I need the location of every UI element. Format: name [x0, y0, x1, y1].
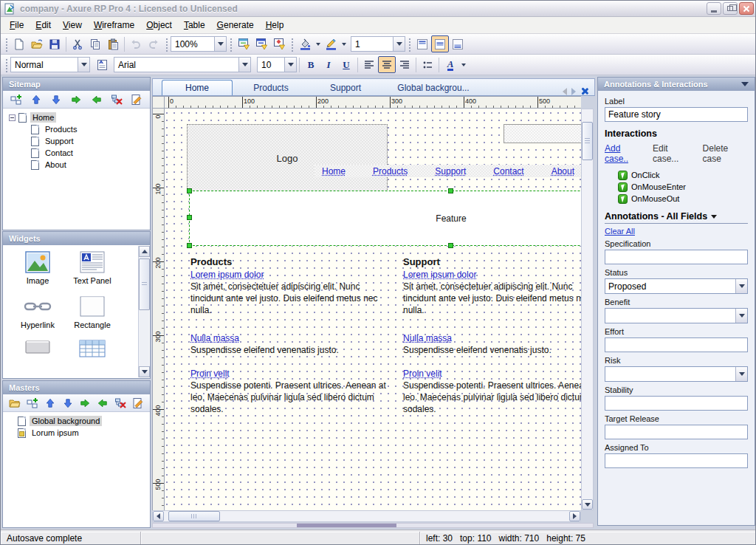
valign-top-button[interactable] [413, 35, 431, 52]
menu-wireframe[interactable]: Wireframe [88, 18, 140, 32]
benefit-select[interactable] [605, 308, 748, 323]
event-onclick[interactable]: OnClick [618, 169, 748, 181]
wireframe-link[interactable]: Lorem ipsum dolor [403, 269, 476, 281]
widget-image[interactable]: Image [10, 251, 65, 285]
line-color-button[interactable] [322, 35, 340, 52]
font-combobox[interactable]: Arial [114, 57, 251, 72]
move-down-button[interactable] [49, 93, 63, 106]
undo-button[interactable] [127, 35, 145, 52]
font-size-dropdown-button[interactable] [284, 58, 296, 72]
redo-button[interactable] [145, 35, 162, 52]
status-dropdown-button[interactable] [735, 279, 747, 293]
line-color-dropdown[interactable] [340, 35, 348, 52]
status-select[interactable]: Proposed [605, 278, 748, 294]
style-combobox[interactable]: Normal [10, 57, 90, 72]
outdent-button[interactable] [96, 397, 109, 410]
resize-handle-bottom-center[interactable] [448, 243, 453, 248]
valign-bottom-button[interactable] [449, 35, 467, 52]
scrollbar-thumb[interactable] [168, 511, 220, 521]
menu-help[interactable]: Help [260, 18, 290, 32]
close-tab-icon[interactable] [580, 87, 588, 95]
widget-button[interactable] [10, 340, 65, 357]
clear-all-link[interactable]: Clear All [605, 227, 635, 236]
bold-button[interactable]: B [302, 56, 320, 73]
event-onmouseenter[interactable]: OnMouseEnter [618, 181, 748, 193]
wireframe-link[interactable]: Proin velit [190, 368, 230, 380]
all-fields-heading[interactable]: Annotations - All Fields [605, 211, 748, 222]
resize-handle-top-center[interactable] [448, 188, 453, 193]
font-color-dropdown[interactable] [459, 56, 467, 73]
italic-button[interactable]: I [320, 56, 337, 73]
tab-home[interactable]: Home [162, 80, 233, 95]
nav-link-products[interactable]: Products [373, 166, 408, 176]
widget-table[interactable] [65, 340, 120, 357]
sitemap-item-support[interactable]: Support [4, 135, 148, 147]
generate-word-button[interactable] [252, 35, 270, 52]
indent-button[interactable] [69, 93, 83, 106]
tab-support[interactable]: Support [309, 80, 382, 95]
tab-scroll-left-icon[interactable] [563, 88, 567, 95]
collapse-arrow-icon[interactable] [711, 215, 717, 219]
risk-select[interactable] [605, 366, 748, 382]
add-page-button[interactable] [10, 93, 23, 106]
wireframe-link[interactable]: Nulla massa [403, 332, 452, 344]
assigned-to-input[interactable] [605, 453, 748, 468]
outdent-button[interactable] [90, 93, 103, 106]
save-button[interactable] [46, 35, 63, 52]
resize-handle-top-left[interactable] [187, 188, 192, 193]
restore-button[interactable] [723, 2, 738, 15]
wireframe-link[interactable]: Proin velit [403, 368, 442, 380]
menu-table[interactable]: Table [178, 18, 211, 32]
nav-link-contact[interactable]: Contact [493, 166, 523, 176]
canvas-vertical-scrollbar[interactable] [581, 109, 594, 510]
support-text-widget[interactable]: Support Lorem ipsum dolor Sit amet, cons… [403, 256, 581, 415]
edit-page-button[interactable] [130, 93, 143, 106]
widget-text-panel[interactable]: Text Panel [65, 251, 120, 285]
effort-input[interactable] [605, 337, 748, 352]
generate-html-button[interactable] [235, 35, 252, 52]
master-item-global-background[interactable]: Global background [4, 415, 148, 427]
move-up-button[interactable] [30, 93, 43, 106]
align-left-button[interactable] [360, 56, 378, 73]
menu-file[interactable]: File [4, 18, 30, 32]
minimize-button[interactable] [707, 2, 721, 15]
target-release-input[interactable] [605, 425, 748, 439]
benefit-dropdown-button[interactable] [735, 309, 747, 323]
resize-handle-bottom-left[interactable] [187, 243, 192, 248]
scrollbar-thumb[interactable] [582, 122, 593, 160]
feature-widget-selected[interactable]: Feature [189, 191, 581, 246]
widgets-scrollbar[interactable] [138, 246, 149, 377]
tab-scroll-right-icon[interactable] [571, 88, 576, 95]
paste-button[interactable] [104, 35, 122, 52]
specification-input[interactable] [605, 250, 748, 264]
products-text-widget[interactable]: Products Lorem ipsum dolor Sit amet, con… [190, 256, 390, 415]
menu-view[interactable]: View [57, 18, 88, 32]
scrollbar-thumb[interactable] [297, 524, 396, 527]
line-width-dropdown-button[interactable] [393, 37, 405, 51]
move-up-button[interactable] [44, 397, 57, 410]
align-center-button[interactable] [378, 56, 396, 73]
zoom-dropdown-button[interactable] [214, 37, 226, 51]
edit-case-link[interactable]: Edit case... [653, 143, 695, 164]
tab-products[interactable]: Products [233, 80, 309, 95]
nav-link-support[interactable]: Support [435, 166, 466, 176]
stability-input[interactable] [605, 396, 748, 411]
menu-object[interactable]: Object [140, 18, 178, 32]
underline-button[interactable]: U [337, 56, 355, 73]
fill-color-button[interactable] [296, 35, 314, 52]
scrollbar-thumb[interactable] [139, 258, 150, 310]
sitemap-item-contact[interactable]: Contact [4, 147, 148, 159]
new-button[interactable] [10, 35, 28, 52]
label-input[interactable] [605, 107, 748, 122]
move-down-button[interactable] [61, 397, 75, 410]
nav-menu-widget[interactable]: Home Products Support Contact About [315, 165, 581, 177]
zoom-combobox[interactable]: 100% [171, 36, 227, 52]
delete-page-button[interactable] [110, 93, 123, 106]
indent-button[interactable] [78, 397, 92, 410]
edit-master-button[interactable] [131, 397, 145, 410]
font-size-combobox[interactable]: 10 [257, 57, 297, 72]
delete-case-link[interactable]: Delete case [703, 143, 748, 164]
resize-handle-mid-left[interactable] [187, 215, 192, 220]
scroll-down-button[interactable] [582, 499, 593, 510]
wireframe-link[interactable]: Lorem ipsum dolor [190, 269, 264, 281]
